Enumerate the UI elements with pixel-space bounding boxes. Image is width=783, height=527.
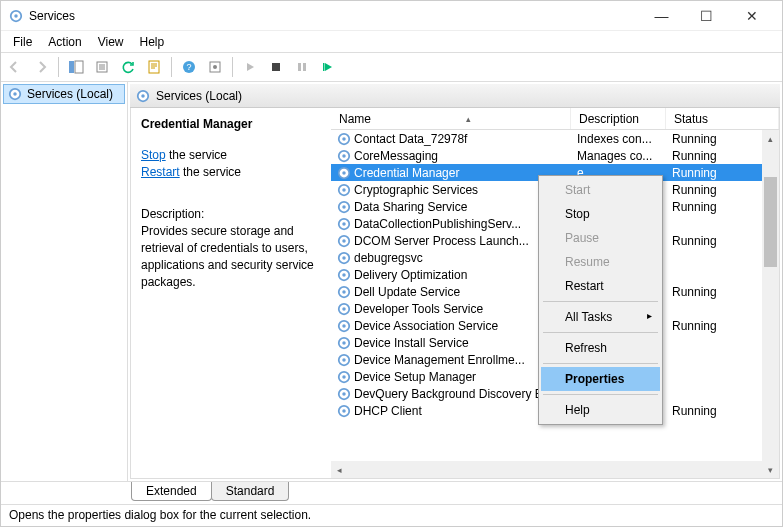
svg-point-33 bbox=[342, 256, 346, 260]
table-row[interactable]: Contact Data_72978fIndexes con...Running bbox=[331, 130, 779, 147]
gear-icon bbox=[337, 251, 351, 265]
tree-node-label: Services (Local) bbox=[27, 87, 113, 101]
ctx-refresh[interactable]: Refresh bbox=[541, 336, 660, 360]
show-hide-tree-button[interactable] bbox=[64, 55, 88, 79]
service-name: DCOM Server Process Launch... bbox=[354, 234, 529, 248]
menu-file[interactable]: File bbox=[5, 33, 40, 51]
horizontal-scrollbar[interactable]: ◂ ▸ bbox=[331, 461, 779, 478]
column-name[interactable]: Name▴ bbox=[331, 108, 571, 129]
svg-rect-5 bbox=[149, 61, 159, 73]
pause-service-button[interactable] bbox=[290, 55, 314, 79]
svg-point-35 bbox=[342, 273, 346, 277]
status-bar: Opens the properties dialog box for the … bbox=[1, 504, 782, 526]
gear-icon bbox=[337, 217, 351, 231]
restart-link[interactable]: Restart bbox=[141, 165, 180, 179]
service-name: debugregsvc bbox=[354, 251, 423, 265]
gear-icon bbox=[8, 87, 22, 101]
description-label: Description: bbox=[141, 206, 321, 223]
column-description[interactable]: Description bbox=[571, 108, 666, 129]
refresh-button[interactable] bbox=[116, 55, 140, 79]
scroll-left-icon[interactable]: ◂ bbox=[331, 465, 348, 475]
sort-asc-icon: ▴ bbox=[466, 114, 471, 124]
gear-icon bbox=[337, 285, 351, 299]
service-description: Manages co... bbox=[571, 149, 666, 163]
service-name: Developer Tools Service bbox=[354, 302, 483, 316]
back-button[interactable] bbox=[3, 55, 27, 79]
app-icon bbox=[9, 9, 23, 23]
menu-action[interactable]: Action bbox=[40, 33, 89, 51]
gear-icon bbox=[337, 319, 351, 333]
title-bar: Services — ☐ ✕ bbox=[1, 1, 782, 31]
scroll-thumb[interactable] bbox=[764, 177, 777, 267]
ctx-properties[interactable]: Properties bbox=[541, 367, 660, 391]
content-area: Services (Local) Services (Local) Creden… bbox=[1, 82, 782, 482]
svg-point-9 bbox=[213, 65, 217, 69]
svg-point-19 bbox=[342, 137, 346, 141]
svg-point-17 bbox=[141, 94, 145, 98]
scroll-down-icon[interactable]: ▾ bbox=[762, 461, 779, 478]
export-list-button[interactable] bbox=[90, 55, 114, 79]
svg-point-31 bbox=[342, 239, 346, 243]
menu-bar: File Action View Help bbox=[1, 31, 782, 52]
properties-toolbar-button[interactable] bbox=[142, 55, 166, 79]
detail-panel: Credential Manager Stop the service Rest… bbox=[131, 108, 331, 478]
gear-icon bbox=[337, 268, 351, 282]
help-button[interactable]: ? bbox=[177, 55, 201, 79]
restart-service-button[interactable] bbox=[316, 55, 340, 79]
gear-icon bbox=[337, 387, 351, 401]
svg-point-41 bbox=[342, 324, 346, 328]
svg-rect-2 bbox=[69, 61, 74, 73]
gear-icon bbox=[337, 200, 351, 214]
service-name: Credential Manager bbox=[354, 166, 459, 180]
vertical-scrollbar[interactable]: ▴ ▾ bbox=[762, 130, 779, 478]
gear-icon bbox=[136, 89, 150, 103]
stop-link[interactable]: Stop bbox=[141, 148, 166, 162]
svg-point-43 bbox=[342, 341, 346, 345]
service-name: DataCollectionPublishingServ... bbox=[354, 217, 521, 231]
svg-point-1 bbox=[14, 14, 18, 18]
maximize-button[interactable]: ☐ bbox=[684, 1, 729, 31]
ctx-start: Start bbox=[541, 178, 660, 202]
scroll-up-icon[interactable]: ▴ bbox=[762, 130, 779, 147]
list-header: Name▴ Description Status bbox=[331, 108, 779, 130]
ctx-stop[interactable]: Stop bbox=[541, 202, 660, 226]
service-name: Data Sharing Service bbox=[354, 200, 467, 214]
svg-point-45 bbox=[342, 358, 346, 362]
menu-help[interactable]: Help bbox=[132, 33, 173, 51]
start-service-button[interactable] bbox=[238, 55, 262, 79]
window-title: Services bbox=[29, 9, 639, 23]
minimize-button[interactable]: — bbox=[639, 1, 684, 31]
svg-rect-13 bbox=[323, 63, 325, 71]
svg-point-51 bbox=[342, 409, 346, 413]
column-status[interactable]: Status bbox=[666, 108, 779, 129]
ctx-all-tasks[interactable]: All Tasks▸ bbox=[541, 305, 660, 329]
gear-icon bbox=[337, 404, 351, 418]
close-button[interactable]: ✕ bbox=[729, 1, 774, 31]
service-description: Indexes con... bbox=[571, 132, 666, 146]
service-name: Device Association Service bbox=[354, 319, 498, 333]
svg-point-49 bbox=[342, 392, 346, 396]
gear-icon bbox=[337, 336, 351, 350]
help2-button[interactable] bbox=[203, 55, 227, 79]
toolbar: ? bbox=[1, 52, 782, 82]
service-name: Contact Data_72978f bbox=[354, 132, 467, 146]
pane-header: Services (Local) bbox=[130, 84, 780, 108]
svg-point-47 bbox=[342, 375, 346, 379]
service-name: Device Management Enrollme... bbox=[354, 353, 525, 367]
gear-icon bbox=[337, 166, 351, 180]
tab-extended[interactable]: Extended bbox=[131, 482, 212, 501]
tab-standard[interactable]: Standard bbox=[211, 482, 290, 501]
tree-node-services-local[interactable]: Services (Local) bbox=[3, 84, 125, 104]
svg-rect-10 bbox=[272, 63, 280, 71]
menu-view[interactable]: View bbox=[90, 33, 132, 51]
console-tree: Services (Local) bbox=[1, 82, 128, 481]
forward-button[interactable] bbox=[29, 55, 53, 79]
table-row[interactable]: CoreMessagingManages co...Running bbox=[331, 147, 779, 164]
svg-point-27 bbox=[342, 205, 346, 209]
view-tabs: Extended Standard bbox=[1, 482, 782, 504]
gear-icon bbox=[337, 149, 351, 163]
description-text: Provides secure storage and retrieval of… bbox=[141, 223, 321, 290]
ctx-restart[interactable]: Restart bbox=[541, 274, 660, 298]
stop-service-button[interactable] bbox=[264, 55, 288, 79]
ctx-help[interactable]: Help bbox=[541, 398, 660, 422]
